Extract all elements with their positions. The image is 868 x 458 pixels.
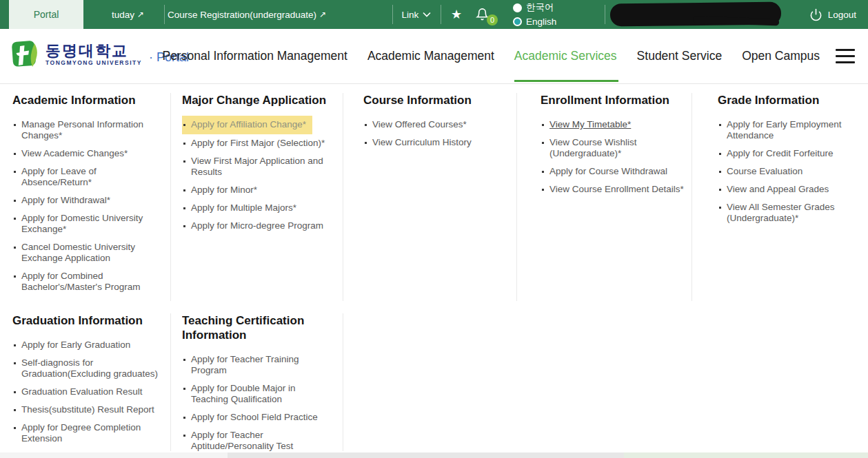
main-navigation: Personal Information ManagementAcademic … <box>162 29 820 83</box>
hamburger-menu-icon[interactable] <box>836 49 855 63</box>
page-bottom-strip <box>0 452 868 458</box>
external-link-icon: ↗ <box>319 10 326 19</box>
bullet-icon <box>365 124 367 126</box>
menu-item-view-all-semester-grades-undergraduate[interactable]: View All Semester Grades (Undergraduate)… <box>718 202 859 224</box>
menu-item-apply-for-withdrawal[interactable]: Apply for Withdrawal* <box>12 195 159 206</box>
nav-item-personal-information-management[interactable]: Personal Information Management <box>162 29 347 83</box>
menu-item-apply-for-combined-bachelor-s-master-s-program[interactable]: Apply for Combined Bachelor's/Master's P… <box>12 271 159 293</box>
redacted-user-info <box>610 2 781 27</box>
bottom-strip-segment <box>624 452 868 458</box>
bullet-icon <box>183 417 185 419</box>
menu-item-thesis-substitute-result-report[interactable]: Thesis(substitute) Result Report <box>12 404 159 415</box>
menu-section-academic-information: Academic InformationManage Personal Info… <box>12 93 159 301</box>
menu-item-label: Apply for Minor* <box>191 185 257 195</box>
bullet-icon <box>183 359 185 361</box>
bullet-icon <box>183 207 185 209</box>
radio-selected-icon[interactable] <box>513 17 522 26</box>
language-option-english[interactable]: English <box>513 14 556 28</box>
menu-item-label: Apply for Degree Completion Extension <box>21 422 141 444</box>
menu-item-label: Course Evaluation <box>727 166 803 176</box>
column-separator <box>343 313 343 451</box>
menu-item-apply-for-school-field-practice[interactable]: Apply for School Field Practice <box>182 412 328 423</box>
radio-unselected-icon[interactable] <box>513 3 522 12</box>
menu-item-apply-for-first-major-selection[interactable]: Apply for First Major (Selection)* <box>182 138 337 149</box>
menu-item-apply-for-course-withdrawal[interactable]: Apply for Course Withdrawal <box>541 166 684 177</box>
bullet-icon <box>14 409 16 411</box>
menu-item-label: Apply for Domestic University Exchange* <box>21 213 143 234</box>
menu-item-label: View and Appeal Grades <box>727 184 829 194</box>
nav-item-open-campus[interactable]: Open Campus <box>742 29 820 83</box>
notifications-bell-icon[interactable]: 0 <box>476 6 496 24</box>
menu-item-view-first-major-application-and-results[interactable]: View First Major Application and Results <box>182 156 337 178</box>
bullet-icon <box>14 200 16 202</box>
external-link-icon: ↗ <box>137 10 144 19</box>
tuday-link-label: tuday <box>112 10 134 20</box>
menu-item-apply-for-degree-completion-extension[interactable]: Apply for Degree Completion Extension <box>12 422 159 444</box>
menu-item-apply-for-early-graduation[interactable]: Apply for Early Graduation <box>12 340 159 351</box>
bullet-icon <box>14 247 16 249</box>
academic-services-mega-menu: Academic InformationManage Personal Info… <box>0 84 868 452</box>
column-separator <box>170 93 171 301</box>
menu-item-course-evaluation[interactable]: Course Evaluation <box>718 166 859 177</box>
tuday-link[interactable]: tuday ↗ <box>92 0 164 29</box>
bullet-icon <box>14 427 16 429</box>
nav-item-student-service[interactable]: Student Service <box>637 29 723 83</box>
menu-item-label: View Curriculum History <box>372 137 472 147</box>
menu-item-apply-for-minor[interactable]: Apply for Minor* <box>182 185 337 196</box>
menu-item-apply-for-multiple-majors[interactable]: Apply for Multiple Majors* <box>182 202 337 214</box>
favorites-star-icon[interactable]: ★ <box>451 7 462 22</box>
bullet-icon <box>14 124 16 126</box>
menu-section-course-information: Course InformationView Offered Courses*V… <box>363 93 507 301</box>
menu-item-view-and-appeal-grades[interactable]: View and Appeal Grades <box>718 184 859 195</box>
top-utility-bar: Portal tuday ↗ Course Registration(under… <box>0 0 868 29</box>
column-separator <box>692 93 692 301</box>
menu-item-label: Apply for School Field Practice <box>191 412 318 422</box>
menu-item-apply-for-teacher-training-program[interactable]: Apply for Teacher Training Program <box>182 354 328 376</box>
menu-item-apply-for-micro-degree-program[interactable]: Apply for Micro-degree Program <box>182 220 337 231</box>
menu-item-apply-for-affiliation-change[interactable]: Apply for Affiliation Change* <box>182 116 312 134</box>
course-registration-link-label: Course Registration(undergraduate) <box>168 10 316 20</box>
language-switcher: 한국어 English <box>513 1 556 28</box>
bullet-icon <box>719 171 721 173</box>
menu-item-apply-for-domestic-university-exchange[interactable]: Apply for Domestic University Exchange* <box>12 213 159 235</box>
menu-item-graduation-evaluation-result[interactable]: Graduation Evaluation Result <box>12 386 159 397</box>
menu-item-self-diagnosis-for-graduation-excluding-graduates[interactable]: Self-diagnosis for Graduation(Excluding … <box>12 357 159 379</box>
menu-item-view-academic-changes[interactable]: View Academic Changes* <box>12 148 159 159</box>
bullet-icon <box>542 189 544 191</box>
menu-item-view-course-enrollment-details[interactable]: View Course Enrollment Details* <box>541 184 684 195</box>
menu-item-view-offered-courses[interactable]: View Offered Courses* <box>363 119 507 130</box>
menu-item-manage-personal-information-changes[interactable]: Manage Personal Information Changes* <box>12 119 159 141</box>
menu-item-view-curriculum-history[interactable]: View Curriculum History <box>363 137 507 148</box>
topbar-divider <box>164 5 165 24</box>
menu-section-title: Enrollment Information <box>541 93 684 107</box>
logout-button[interactable]: Logout <box>809 0 856 29</box>
course-registration-link[interactable]: Course Registration(undergraduate) ↗ <box>168 0 326 29</box>
menu-item-label: View All Semester Grades (Undergraduate)… <box>727 202 835 223</box>
menu-section-major-change-application: Major Change ApplicationApply for Affili… <box>182 93 337 301</box>
nav-item-academic-services[interactable]: Academic Services <box>514 29 617 83</box>
menu-item-apply-for-leave-of-absence-return[interactable]: Apply for Leave of Absence/Return* <box>12 166 159 188</box>
menu-section-grade-information: Grade InformationApply for Early Employm… <box>718 93 859 301</box>
logo-korean-name: 동명대학교 <box>46 43 142 59</box>
bullet-icon <box>719 207 721 209</box>
menu-item-view-course-wishlist-undergraduate[interactable]: View Course Wishlist (Undergraduate)* <box>541 137 684 159</box>
topbar-divider <box>441 5 441 24</box>
nav-item-academic-management[interactable]: Academic Management <box>367 29 494 83</box>
menu-item-cancel-domestic-university-exchange-application[interactable]: Cancel Domestic University Exchange Appl… <box>12 242 159 264</box>
menu-item-label: View First Major Application and Results <box>191 156 323 177</box>
language-option-korean[interactable]: 한국어 <box>513 1 556 14</box>
portal-tab[interactable]: Portal <box>9 0 83 29</box>
menu-item-label: Apply for Credit Forfeiture <box>727 148 834 158</box>
link-dropdown[interactable]: Link <box>392 0 441 29</box>
column-separator <box>516 93 517 301</box>
menu-item-label: Apply for Combined Bachelor's/Master's P… <box>21 271 140 292</box>
menu-item-label: Apply for Double Major in Teaching Quali… <box>191 383 296 404</box>
bullet-icon <box>719 153 721 155</box>
menu-item-apply-for-credit-forfeiture[interactable]: Apply for Credit Forfeiture <box>718 148 859 159</box>
menu-item-apply-for-early-employment-attendance[interactable]: Apply for Early Employment Attendance <box>718 119 859 141</box>
menu-item-view-my-timetable[interactable]: View My Timetable* <box>541 119 684 130</box>
menu-item-apply-for-teacher-aptitude-personality-test[interactable]: Apply for Teacher Aptitude/Personality T… <box>182 430 328 451</box>
menu-item-apply-for-double-major-in-teaching-qualification[interactable]: Apply for Double Major in Teaching Quali… <box>182 383 328 405</box>
menu-item-label: Apply for Leave of Absence/Return* <box>21 166 97 187</box>
menu-section-title: Grade Information <box>718 93 859 107</box>
